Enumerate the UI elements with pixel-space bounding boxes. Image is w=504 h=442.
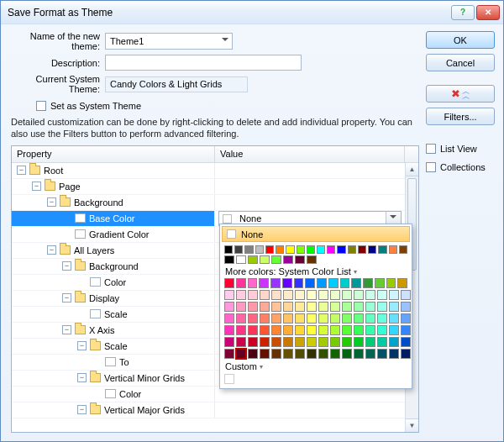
color-swatch[interactable] <box>305 278 315 288</box>
color-swatch[interactable] <box>248 325 258 335</box>
color-swatch[interactable] <box>317 245 325 254</box>
color-swatch[interactable] <box>307 337 317 347</box>
color-swatch[interactable] <box>317 278 327 288</box>
color-swatch[interactable] <box>365 325 375 335</box>
more-colors-label[interactable]: More colors: System Color List ▾ <box>225 266 407 276</box>
collapse-icon[interactable]: − <box>77 373 87 382</box>
color-swatch[interactable] <box>342 313 352 324</box>
color-swatch[interactable] <box>365 290 375 300</box>
color-swatch[interactable] <box>378 245 386 254</box>
color-swatch[interactable] <box>248 349 258 359</box>
tree-row[interactable]: −Page <box>12 179 405 195</box>
color-swatch[interactable] <box>224 337 234 347</box>
color-swatch[interactable] <box>295 313 305 324</box>
color-swatch[interactable] <box>276 245 284 254</box>
color-swatch[interactable] <box>307 302 317 312</box>
color-swatch[interactable] <box>377 325 387 335</box>
color-swatch[interactable] <box>337 245 345 254</box>
color-swatch[interactable] <box>330 325 340 335</box>
color-swatch[interactable] <box>224 255 234 264</box>
color-swatch[interactable] <box>260 325 270 335</box>
color-swatch[interactable] <box>307 255 317 264</box>
color-swatch[interactable] <box>295 255 305 264</box>
color-swatch[interactable] <box>342 337 352 347</box>
color-swatch[interactable] <box>248 337 258 347</box>
color-swatch[interactable] <box>259 278 269 288</box>
color-swatch[interactable] <box>271 255 281 264</box>
color-swatch[interactable] <box>282 278 292 288</box>
color-swatch[interactable] <box>248 313 258 324</box>
color-swatch[interactable] <box>295 290 305 300</box>
color-swatch[interactable] <box>365 302 375 312</box>
color-swatch[interactable] <box>295 325 305 335</box>
color-swatch[interactable] <box>340 278 350 288</box>
help-button[interactable] <box>451 5 475 20</box>
color-swatch[interactable] <box>283 255 293 264</box>
color-swatch[interactable] <box>248 302 258 312</box>
filters-button[interactable]: Filters... <box>426 108 495 125</box>
color-swatch[interactable] <box>342 325 352 335</box>
color-swatch[interactable] <box>307 313 317 324</box>
color-swatch[interactable] <box>236 313 246 324</box>
color-swatch[interactable] <box>377 349 387 359</box>
custom-colors-label[interactable]: Custom ▾ <box>225 361 407 371</box>
color-swatch[interactable] <box>375 278 385 288</box>
color-swatch[interactable] <box>401 302 411 312</box>
collapse-icon[interactable]: − <box>32 182 41 191</box>
color-swatch[interactable] <box>236 302 246 312</box>
color-swatch[interactable] <box>295 337 305 347</box>
tree-row[interactable]: −Background <box>12 195 405 211</box>
custom-color-slot[interactable] <box>224 374 234 384</box>
color-swatch[interactable] <box>354 290 364 300</box>
color-swatch[interactable] <box>294 278 304 288</box>
color-swatch[interactable] <box>271 313 281 324</box>
color-swatch[interactable] <box>330 349 340 359</box>
color-swatch[interactable] <box>365 313 375 324</box>
color-swatch[interactable] <box>271 290 281 300</box>
color-swatch[interactable] <box>348 245 356 254</box>
color-swatch[interactable] <box>224 325 234 335</box>
color-swatch[interactable] <box>318 302 328 312</box>
color-swatch[interactable] <box>389 313 399 324</box>
collapse-icon[interactable]: − <box>47 197 56 207</box>
color-swatch[interactable] <box>260 255 270 264</box>
color-swatch[interactable] <box>260 349 270 359</box>
color-swatch[interactable] <box>363 278 373 288</box>
set-as-system-checkbox[interactable]: Set as System Theme <box>36 101 419 111</box>
color-swatch[interactable] <box>401 313 411 324</box>
color-swatch[interactable] <box>286 245 294 254</box>
color-swatch[interactable] <box>283 325 293 335</box>
color-swatch[interactable] <box>297 245 305 254</box>
color-swatch[interactable] <box>354 302 364 312</box>
color-swatch[interactable] <box>389 245 397 254</box>
color-swatch[interactable] <box>377 337 387 347</box>
color-swatch[interactable] <box>260 337 270 347</box>
collapse-icon[interactable]: − <box>77 405 87 414</box>
color-swatch[interactable] <box>307 349 317 359</box>
collapse-icon[interactable]: − <box>62 293 71 303</box>
color-swatch[interactable] <box>354 349 364 359</box>
color-swatch[interactable] <box>330 302 340 312</box>
color-swatch[interactable] <box>358 245 366 254</box>
color-swatch[interactable] <box>365 337 375 347</box>
color-swatch[interactable] <box>354 337 364 347</box>
scroll-down-icon[interactable]: ▼ <box>406 418 418 432</box>
color-swatch[interactable] <box>401 325 411 335</box>
color-swatch[interactable] <box>330 290 340 300</box>
close-button[interactable] <box>476 5 500 20</box>
color-swatch[interactable] <box>283 337 293 347</box>
color-swatch[interactable] <box>401 337 411 347</box>
color-swatch[interactable] <box>327 245 335 254</box>
color-swatch[interactable] <box>389 349 399 359</box>
color-swatch[interactable] <box>255 245 264 254</box>
color-swatch[interactable] <box>330 313 340 324</box>
color-swatch[interactable] <box>224 245 233 254</box>
collapse-icon[interactable]: − <box>77 341 87 350</box>
collections-checkbox[interactable]: Collections <box>426 162 495 172</box>
color-swatch[interactable] <box>271 349 281 359</box>
color-swatch[interactable] <box>234 245 243 254</box>
color-swatch[interactable] <box>397 278 407 288</box>
color-swatch[interactable] <box>318 349 328 359</box>
tree-row[interactable]: −Root <box>12 163 405 179</box>
color-swatch[interactable] <box>389 325 399 335</box>
